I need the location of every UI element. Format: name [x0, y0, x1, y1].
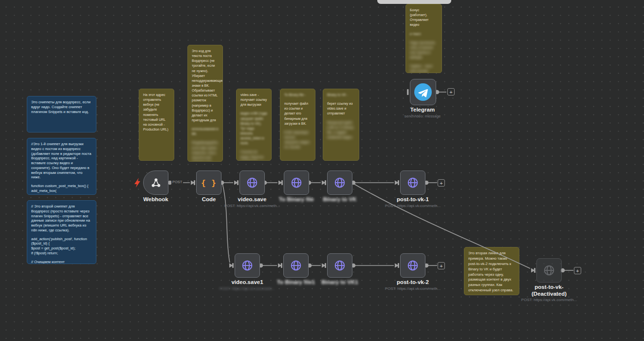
node-to-binary-file1[interactable]: To Binary file1	[283, 253, 309, 278]
node-code[interactable]: { } Code	[196, 170, 221, 195]
globe-icon	[241, 259, 254, 272]
node-label: Code	[202, 196, 216, 202]
node-video-save[interactable]: video.save POST: https://api.vk.com/meth…	[239, 170, 265, 195]
node-webhook[interactable]: Webhook	[143, 170, 168, 195]
add-node-button[interactable]: +	[447, 88, 455, 95]
globe-icon	[333, 259, 346, 272]
add-node-button[interactable]: +	[574, 267, 581, 274]
globe-icon	[290, 259, 302, 272]
globe-icon	[406, 176, 419, 189]
node-label: video.save1	[231, 279, 263, 285]
node-label-blurred: Binary to VK1	[321, 279, 358, 285]
node-post-to-vk-2[interactable]: post-to-vk-2 POST: https://api.vk.com/me…	[400, 253, 425, 278]
wire-method-label: POST	[171, 180, 183, 184]
node-label: Webhook	[143, 196, 168, 202]
node-subtitle: POST: https://api.vk.com/meth...	[385, 286, 441, 291]
node-video-save1[interactable]: video.save1 POST: https://api.vk.com/met…	[235, 253, 260, 278]
globe-icon	[246, 176, 258, 189]
node-label-line1: post-to-vk-	[527, 284, 571, 291]
telegram-icon	[414, 83, 432, 101]
add-node-button[interactable]: +	[438, 179, 445, 187]
globe-icon	[333, 176, 346, 189]
node-post-to-vk-1[interactable]: post-to-vk-1 POST: https://api.vk.com/me…	[400, 170, 425, 195]
node-subtitle: POST: https://api.vk.com/meth...	[385, 204, 441, 208]
node-subtitle: sendVideo: message	[405, 114, 441, 118]
code-braces-icon: { }	[201, 178, 217, 188]
cropped-node-top[interactable]	[377, 0, 451, 4]
node-telegram[interactable]: Telegram sendVideo: message	[410, 79, 435, 105]
globe-icon	[406, 259, 419, 272]
node-to-binary-file[interactable]: To Binary file	[284, 170, 309, 195]
node-binary-to-vk1[interactable]: Binary to VK1	[327, 253, 352, 278]
node-label-blurred: To Binary file1	[277, 279, 315, 285]
add-node-button[interactable]: +	[438, 262, 445, 269]
execute-bolt-icon[interactable]	[134, 178, 140, 188]
node-label: post-to-vk-2	[397, 279, 429, 285]
node-label: Telegram	[410, 107, 435, 113]
globe-icon	[290, 176, 303, 189]
connection-wires	[170, 92, 573, 270]
node-label: post-to-vk- (Deactivated)	[527, 284, 571, 297]
node-label: post-to-vk-1	[397, 196, 429, 202]
node-label-blurred: Binary to VK	[323, 196, 356, 202]
node-binary-to-vk[interactable]: Binary to VK	[327, 170, 352, 195]
node-subtitle-blurred: POST: https://api.vk.com/meth...	[220, 286, 275, 291]
output-endpoints[interactable]	[168, 90, 565, 273]
node-subtitle: POST: https://api.vk.com/meth...	[224, 204, 280, 208]
node-post-to-vk-deactivated[interactable]: post-to-vk- (Deactivated) POST: https://…	[536, 258, 562, 283]
webhook-icon	[149, 176, 163, 189]
node-subtitle: POST: https://api.vk.com/meth...	[521, 298, 577, 302]
node-label-line2: (Deactivated)	[527, 291, 571, 298]
globe-icon	[543, 264, 555, 277]
node-label-blurred: To Binary file	[279, 196, 314, 202]
node-label: video.save	[238, 196, 267, 202]
